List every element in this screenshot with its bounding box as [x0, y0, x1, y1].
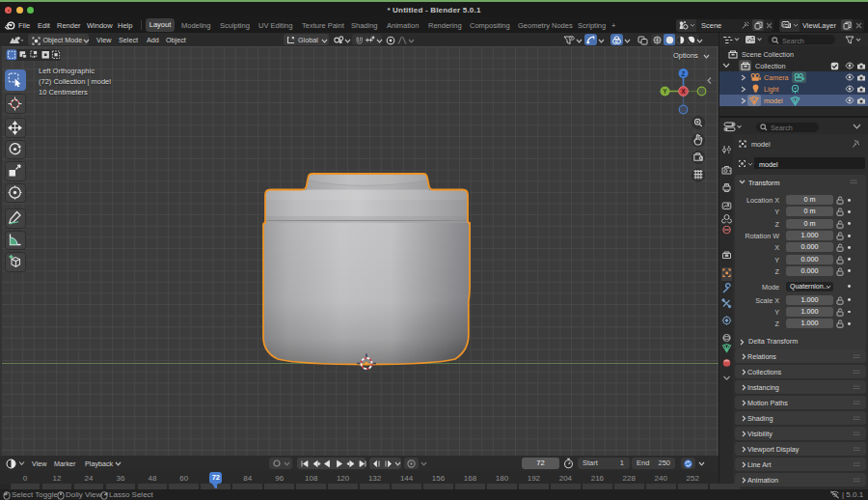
svg-text:Y: Y [663, 88, 667, 95]
svg-text:Z: Z [682, 70, 686, 77]
svg-text:X: X [681, 88, 686, 95]
